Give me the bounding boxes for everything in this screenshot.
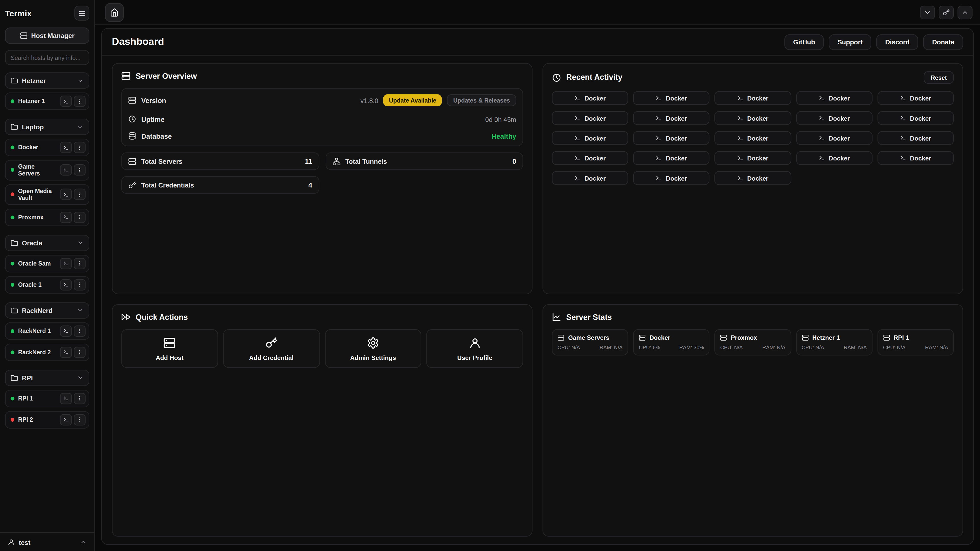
activity-docker-button[interactable]: Docker [877, 111, 954, 125]
activity-docker-button[interactable]: Docker [552, 131, 628, 145]
user-menu[interactable]: test [0, 532, 94, 551]
chevron-up-button[interactable] [958, 5, 973, 19]
terminal-button[interactable] [60, 392, 72, 404]
user-profile-tile[interactable]: User Profile [426, 329, 523, 368]
host-menu-button[interactable] [74, 189, 86, 200]
host-menu-button[interactable] [74, 392, 86, 404]
host-item-oracle-sam[interactable]: Oracle Sam [5, 254, 89, 272]
admin-settings-tile[interactable]: Admin Settings [325, 329, 422, 368]
activity-docker-button[interactable]: Docker [714, 131, 791, 145]
host-menu-button[interactable] [74, 279, 86, 290]
host-item-proxmox[interactable]: Proxmox [5, 208, 89, 226]
host-item-game-servers[interactable]: Game Servers [5, 160, 89, 180]
folder-header-racknerd[interactable]: RackNerd [5, 302, 89, 318]
tab-home[interactable] [105, 3, 124, 21]
server-icon [128, 157, 136, 165]
folder-name: RackNerd [22, 306, 70, 314]
user-menu-toggle[interactable] [80, 538, 87, 545]
activity-docker-button[interactable]: Docker [633, 151, 710, 165]
activity-docker-button[interactable]: Docker [877, 91, 954, 105]
terminal-icon [900, 95, 906, 101]
stat-cpu: CPU: N/A [720, 344, 743, 350]
activity-label: Docker [584, 114, 606, 121]
donate-button[interactable]: Donate [923, 34, 963, 49]
terminal-button[interactable] [60, 279, 72, 290]
activity-docker-button[interactable]: Docker [633, 131, 710, 145]
folder-header-laptop[interactable]: Laptop [5, 119, 89, 135]
terminal-button[interactable] [60, 189, 72, 200]
page-title: Dashboard [112, 36, 164, 48]
activity-docker-button[interactable]: Docker [633, 111, 710, 125]
sidebar-menu-button[interactable] [74, 6, 89, 21]
update-available-badge[interactable]: Update Available [383, 94, 442, 106]
terminal-button[interactable] [60, 211, 72, 223]
dots-icon [77, 214, 83, 220]
host-menu-button[interactable] [74, 325, 86, 337]
host-item-rpi-2[interactable]: RPI 2 [5, 411, 89, 428]
host-menu-button[interactable] [74, 211, 86, 223]
activity-docker-button[interactable]: Docker [633, 91, 710, 105]
folder-header-oracle[interactable]: Oracle [5, 235, 89, 251]
dots-icon [77, 98, 83, 104]
terminal-button[interactable] [60, 346, 72, 358]
activity-docker-button[interactable]: Docker [714, 91, 791, 105]
terminal-button[interactable] [60, 165, 72, 176]
folder-collapse-button[interactable] [74, 237, 86, 249]
activity-docker-button[interactable]: Docker [552, 171, 628, 185]
host-menu-button[interactable] [74, 346, 86, 358]
host-item-docker[interactable]: Docker [5, 139, 89, 156]
discord-button[interactable]: Discord [877, 34, 918, 49]
terminal-button[interactable] [60, 325, 72, 337]
host-menu-button[interactable] [74, 414, 86, 425]
activity-docker-button[interactable]: Docker [633, 171, 710, 185]
host-item-racknerd-1[interactable]: RackNerd 1 [5, 322, 89, 340]
activity-docker-button[interactable]: Docker [714, 111, 791, 125]
reset-button[interactable]: Reset [924, 71, 954, 84]
host-search-input[interactable] [5, 50, 89, 65]
host-item-hetzner-1[interactable]: Hetzner 1 [5, 92, 89, 110]
terminal-button[interactable] [60, 96, 72, 107]
folder-header-hetzner[interactable]: Hetzner [5, 73, 89, 89]
folder-collapse-button[interactable] [74, 304, 86, 317]
activity-docker-button[interactable]: Docker [796, 91, 872, 105]
support-button[interactable]: Support [829, 34, 872, 49]
activity-label: Docker [666, 114, 687, 121]
key-button[interactable] [939, 5, 954, 19]
terminal-button[interactable] [60, 258, 72, 269]
stat-ram: RAM: N/A [925, 344, 948, 350]
github-button[interactable]: GitHub [784, 34, 824, 49]
folder-header-rpi[interactable]: RPI [5, 370, 89, 386]
chevron-down-button[interactable] [920, 5, 935, 19]
activity-docker-button[interactable]: Docker [714, 151, 791, 165]
activity-docker-button[interactable]: Docker [877, 131, 954, 145]
add-credential-tile[interactable]: Add Credential [223, 329, 320, 368]
folder-collapse-button[interactable] [74, 74, 86, 87]
host-item-racknerd-2[interactable]: RackNerd 2 [5, 343, 89, 361]
activity-label: Docker [910, 114, 931, 121]
status-dot [11, 168, 14, 172]
stat-name-row: Game Servers [558, 334, 623, 341]
activity-docker-button[interactable]: Docker [552, 151, 628, 165]
folder-collapse-button[interactable] [74, 372, 86, 384]
folder-collapse-button[interactable] [74, 121, 86, 133]
activity-docker-button[interactable]: Docker [714, 171, 791, 185]
host-manager-button[interactable]: Host Manager [5, 27, 89, 44]
host-menu-button[interactable] [74, 96, 86, 107]
activity-docker-button[interactable]: Docker [796, 111, 872, 125]
host-item-oracle-1[interactable]: Oracle 1 [5, 276, 89, 293]
activity-docker-button[interactable]: Docker [796, 151, 872, 165]
activity-docker-button[interactable]: Docker [552, 91, 628, 105]
host-menu-button[interactable] [74, 165, 86, 176]
updates-releases-button[interactable]: Updates & Releases [447, 94, 516, 106]
activity-docker-button[interactable]: Docker [877, 151, 954, 165]
host-menu-button[interactable] [74, 142, 86, 153]
host-item-rpi-1[interactable]: RPI 1 [5, 389, 89, 407]
stat-name-row: Proxmox [720, 334, 785, 341]
host-menu-button[interactable] [74, 258, 86, 269]
activity-docker-button[interactable]: Docker [796, 131, 872, 145]
add-host-tile[interactable]: Add Host [121, 329, 218, 368]
host-item-open-media-vault[interactable]: Open Media Vault [5, 184, 89, 205]
terminal-button[interactable] [60, 414, 72, 425]
terminal-button[interactable] [60, 142, 72, 153]
activity-docker-button[interactable]: Docker [552, 111, 628, 125]
